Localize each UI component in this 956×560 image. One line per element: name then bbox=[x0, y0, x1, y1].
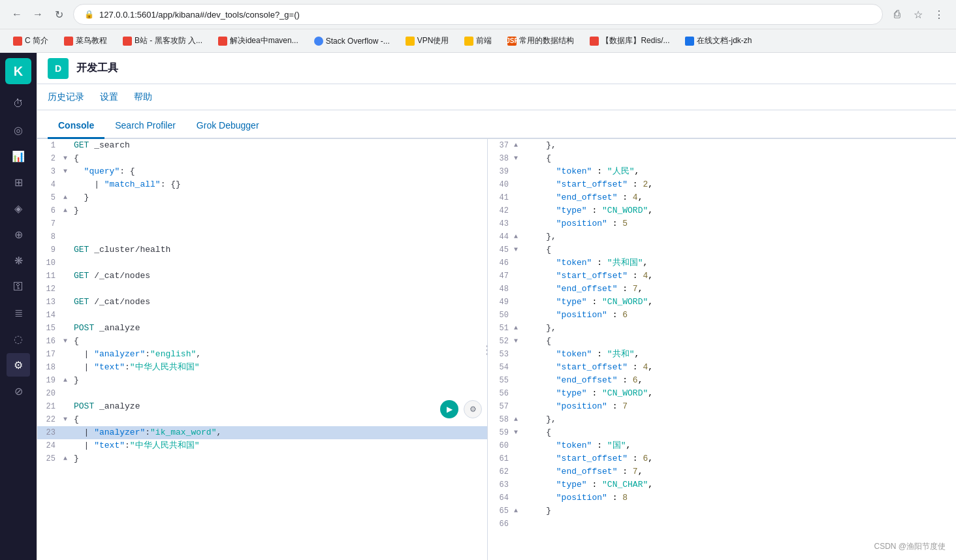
gutter-arrow[interactable]: ▲ bbox=[63, 374, 71, 385]
bookmark-icon bbox=[590, 37, 599, 46]
gutter-arrow[interactable]: ▼ bbox=[63, 335, 71, 346]
tab-search-profiler[interactable]: Search Profiler bbox=[104, 114, 186, 139]
gutter-arrow bbox=[63, 217, 71, 228]
output-gutter[interactable]: ▲ bbox=[514, 413, 523, 424]
bookmark-c-intro[interactable]: C 简介 bbox=[8, 34, 54, 48]
output-gutter bbox=[514, 270, 523, 281]
editor-line: 20 bbox=[37, 387, 487, 400]
line-number: 25 bbox=[37, 452, 63, 465]
sidebar: K ⏱ ◎ 📊 ⊞ ◈ ⊕ ❋ ⚿ ≣ ◌ ⚙ ⊘ bbox=[0, 53, 37, 560]
output-gutter[interactable]: ▲ bbox=[514, 139, 523, 150]
sidebar-icon-devtools[interactable]: ⚙ bbox=[7, 353, 30, 377]
sidebar-icon-clock[interactable]: ⏱ bbox=[7, 92, 30, 116]
bookmark-label: 在线文档-jdk-zh bbox=[697, 35, 752, 46]
gutter-arrow[interactable]: ▲ bbox=[63, 191, 71, 202]
forward-button[interactable]: → bbox=[29, 5, 47, 23]
editor-content[interactable]: 1 GET _search 2 ▼ { 3 ▼ "query": { bbox=[37, 139, 487, 560]
drag-handle[interactable] bbox=[485, 139, 488, 560]
sidebar-icon-visualize[interactable]: 📊 bbox=[7, 144, 30, 168]
output-line: 53 "token" : "共和", bbox=[488, 348, 956, 361]
line-settings-button[interactable]: ⚙ bbox=[464, 400, 482, 418]
output-line-num: 39 bbox=[488, 165, 514, 178]
sidebar-icon-uptime[interactable]: ◌ bbox=[7, 327, 30, 350]
sidebar-icon-maps[interactable]: ⊕ bbox=[7, 223, 30, 246]
output-content: "position" : 7 bbox=[523, 400, 956, 413]
gutter-arrow[interactable]: ▲ bbox=[63, 204, 71, 215]
output-content: "start_offset" : 2, bbox=[523, 178, 956, 191]
gutter-arrow[interactable] bbox=[63, 139, 71, 150]
bookmark-cainiao[interactable]: 菜鸟教程 bbox=[59, 34, 112, 48]
execute-button[interactable]: ▶ bbox=[440, 400, 458, 418]
app-title: 开发工具 bbox=[76, 61, 118, 75]
editor-line: 11 GET /_cat/nodes bbox=[37, 270, 487, 283]
gutter-arrow bbox=[63, 257, 71, 268]
editor-line: 5 ▲ } bbox=[37, 191, 487, 204]
nav-help[interactable]: 帮助 bbox=[134, 86, 152, 108]
output-line-num: 53 bbox=[488, 348, 514, 360]
output-gutter[interactable]: ▲ bbox=[514, 505, 523, 516]
bookmark-label: VPN使用 bbox=[417, 35, 449, 46]
line-number: 22 bbox=[37, 413, 63, 426]
line-number: 18 bbox=[37, 361, 63, 373]
sidebar-icon-dashboard[interactable]: ⊞ bbox=[7, 170, 30, 194]
gutter-arrow[interactable]: ▲ bbox=[63, 452, 71, 463]
sidebar-icon-stack-management[interactable]: ⊘ bbox=[7, 379, 30, 403]
bookmark-jdk[interactable]: 在线文档-jdk-zh bbox=[680, 34, 757, 48]
app-logo-letter: D bbox=[55, 63, 61, 74]
bookmark-label: 菜鸟教程 bbox=[76, 35, 107, 46]
editor-line: 3 ▼ "query": { bbox=[37, 165, 487, 178]
menu-button[interactable]: ⋮ bbox=[930, 5, 948, 23]
tab-console[interactable]: Console bbox=[48, 114, 104, 139]
bookmark-jsf[interactable]: JSF 常用的数据结构 bbox=[502, 34, 579, 48]
line-number: 2 bbox=[37, 152, 63, 164]
output-gutter[interactable]: ▼ bbox=[514, 335, 523, 346]
output-content: { bbox=[523, 426, 956, 439]
output-content: "end_offset" : 6, bbox=[523, 374, 956, 387]
gutter-arrow[interactable]: ▼ bbox=[63, 165, 71, 176]
sidebar-icon-infra[interactable]: ⚿ bbox=[7, 275, 30, 298]
reload-button[interactable]: ↻ bbox=[50, 5, 68, 23]
bookmark-vpn[interactable]: VPN使用 bbox=[400, 34, 454, 48]
output-gutter[interactable]: ▼ bbox=[514, 243, 523, 255]
back-button[interactable]: ← bbox=[8, 5, 26, 23]
output-gutter[interactable]: ▼ bbox=[514, 426, 523, 437]
line-number: 17 bbox=[37, 348, 63, 360]
bookmark-redis[interactable]: 【数据库】Redis/... bbox=[584, 34, 675, 48]
bookmark-stackoverflow[interactable]: Stack Overflow -... bbox=[309, 35, 395, 47]
address-bar[interactable]: 🔒 127.0.0.1:5601/app/kibana#/dev_tools/c… bbox=[73, 4, 883, 25]
bookmark-icon bbox=[464, 37, 473, 46]
share-button[interactable]: ⎙ bbox=[888, 5, 906, 23]
sidebar-icon-apm[interactable]: ≣ bbox=[7, 301, 30, 324]
output-line: 62 "end_offset" : 7, bbox=[488, 465, 956, 478]
gutter-arrow[interactable]: ▼ bbox=[63, 152, 71, 163]
sidebar-icon-discover[interactable]: ◎ bbox=[7, 118, 30, 142]
line-content: "query": { bbox=[71, 165, 487, 178]
line-number: 9 bbox=[37, 243, 63, 256]
gutter-arrow bbox=[63, 322, 71, 333]
gutter-arrow[interactable]: ▼ bbox=[63, 413, 71, 424]
line-content: GET _search bbox=[71, 139, 487, 152]
bookmark-idea-maven[interactable]: 解决idea中maven... bbox=[213, 34, 304, 48]
sidebar-icon-canvas[interactable]: ◈ bbox=[7, 196, 30, 220]
sidebar-icon-ml[interactable]: ❋ bbox=[7, 249, 30, 272]
line-content: GET /_cat/nodes bbox=[71, 270, 487, 283]
nav-history[interactable]: 历史记录 bbox=[48, 86, 84, 108]
tab-grok-debugger[interactable]: Grok Debugger bbox=[186, 114, 270, 139]
browser-nav: ← → ↻ 🔒 127.0.0.1:5601/app/kibana#/dev_t… bbox=[0, 0, 956, 29]
output-gutter bbox=[514, 478, 523, 490]
bookmark-button[interactable]: ☆ bbox=[909, 5, 927, 23]
output-line-num: 56 bbox=[488, 387, 514, 399]
editor-right[interactable]: 37 ▲ }, 38 ▼ { 39 "token" : "人民", 40 bbox=[488, 139, 956, 560]
output-line-num: 50 bbox=[488, 309, 514, 321]
output-gutter[interactable]: ▲ bbox=[514, 322, 523, 333]
output-line: 50 "position" : 6 bbox=[488, 309, 956, 322]
output-line-num: 42 bbox=[488, 204, 514, 217]
bookmark-frontend[interactable]: 前端 bbox=[459, 34, 497, 48]
output-gutter[interactable]: ▲ bbox=[514, 230, 523, 241]
nav-settings[interactable]: 设置 bbox=[100, 86, 118, 108]
output-line-num: 61 bbox=[488, 452, 514, 465]
bookmark-bilibili[interactable]: B站 - 黑客攻防 入... bbox=[118, 34, 208, 48]
output-gutter bbox=[514, 518, 523, 529]
output-gutter bbox=[514, 191, 523, 202]
output-gutter[interactable]: ▼ bbox=[514, 152, 523, 163]
